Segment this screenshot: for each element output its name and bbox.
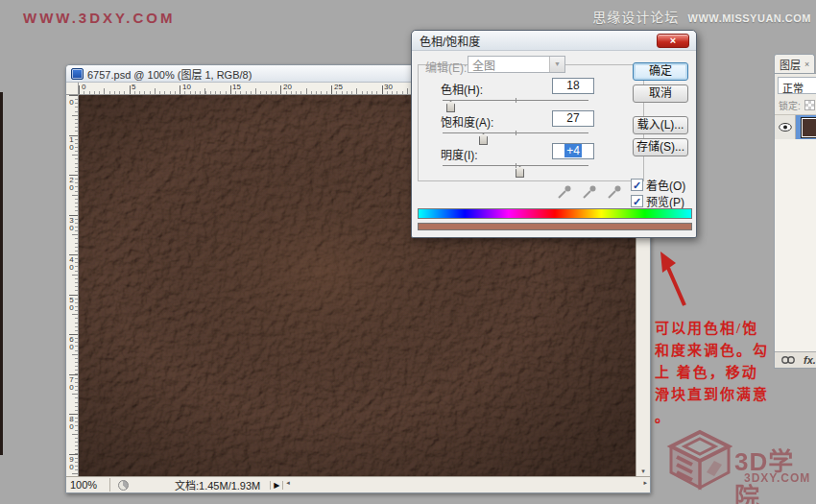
- load-button[interactable]: 载入(L)...: [633, 116, 688, 134]
- lightness-slider-thumb[interactable]: [516, 166, 524, 178]
- save-button[interactable]: 存储(S)...: [633, 138, 688, 156]
- ruler-tick-label: 50: [67, 296, 76, 311]
- ruler-tick-label: 20: [283, 83, 292, 91]
- close-icon[interactable]: ×: [657, 34, 689, 48]
- vertical-ruler: 0 10 20 30 40 50 60 70 80 90: [66, 95, 79, 476]
- edit-dropdown[interactable]: 全图 ▼: [468, 56, 565, 73]
- banner-site-url: WWW.MISSYUAN.COM: [688, 12, 811, 24]
- scroll-left-icon[interactable]: ◂: [286, 479, 290, 487]
- edit-dropdown-value: 全图: [468, 57, 549, 73]
- ruler-tick-label: 0: [82, 83, 85, 91]
- chevron-down-icon: ▼: [549, 57, 564, 72]
- ruler-tick-label: 70: [67, 375, 76, 391]
- ruler-tick-label: 60: [67, 335, 76, 350]
- checkbox-check-icon: ✓: [631, 195, 643, 207]
- timer-icon: [118, 480, 129, 491]
- saturation-slider-thumb[interactable]: [479, 133, 488, 145]
- annotation-text: 可以用色相/饱 和度来调色。勾 上 着色，移动 滑块直到你满意 。: [655, 318, 816, 428]
- layer-visibility-toggle[interactable]: [775, 115, 796, 139]
- colorize-label: 着色(O): [646, 177, 685, 193]
- left-edge-window-sliver: [0, 92, 3, 455]
- preview-label: 预览(P): [646, 193, 684, 209]
- tab-layers-label: 图层: [780, 57, 801, 72]
- annotation-line: 滑块直到你满意: [655, 384, 816, 406]
- scroll-right-icon[interactable]: ▸: [643, 479, 647, 487]
- annotation-line: 上 着色，移动: [655, 362, 816, 384]
- saturation-value-field[interactable]: 27: [552, 110, 594, 127]
- ruler-tick-label: 10: [67, 135, 76, 151]
- saturation-slider[interactable]: [443, 130, 588, 143]
- saturation-label: 饱和度(A):: [441, 113, 493, 130]
- layer-row-selected[interactable]: [775, 114, 816, 139]
- ruler-tick-label: 10: [182, 83, 191, 91]
- preview-checkbox[interactable]: ✓ 预览(P): [631, 193, 684, 209]
- ruler-tick-label: 20: [67, 176, 76, 191]
- scroll-down-icon[interactable]: ▾: [636, 468, 650, 475]
- document-statusbar: 100% 文档:1.45M/1.93M ▶ ◂ ▸: [66, 476, 650, 492]
- edit-label: 编辑(E):: [425, 59, 467, 75]
- banner-missyuan: 思缘设计论坛 WWW.MISSYUAN.COM: [592, 7, 811, 26]
- watermark-3dxy: WWW.3DXY.COM: [23, 10, 176, 26]
- lock-label: 锁定:: [779, 98, 801, 112]
- logo-cube-icon: [665, 429, 732, 494]
- ruler-tick-label: 25: [334, 83, 343, 91]
- horizontal-scrollbar[interactable]: ◂ ▸: [283, 477, 650, 492]
- eyedropper-plus-icon[interactable]: [581, 183, 598, 201]
- document-title: 6757.psd @ 100% (图层 1, RGB/8): [87, 66, 252, 82]
- banner-site-name: 思缘设计论坛: [592, 10, 679, 25]
- hue-slider-thumb[interactable]: [446, 101, 455, 112]
- eyedropper-minus-icon[interactable]: [606, 183, 623, 201]
- dialog-titlebar[interactable]: 色相/饱和度: [412, 31, 696, 51]
- ruler-tick-label: 5: [132, 83, 135, 91]
- lightness-selected-text: +4: [564, 144, 582, 157]
- hue-saturation-dialog: 色相/饱和度 × 编辑(E): 全图 ▼ 色相(H): 18 饱和度(A): 2…: [411, 30, 697, 238]
- hue-label: 色相(H):: [441, 81, 483, 97]
- eye-icon: [779, 123, 792, 132]
- lock-transparency-icon[interactable]: [804, 100, 815, 110]
- cancel-button[interactable]: 取消: [633, 84, 688, 103]
- tab-close-icon[interactable]: ×: [804, 60, 809, 69]
- eyedropper-icon[interactable]: [556, 183, 573, 201]
- annotation-arrow: [653, 248, 701, 315]
- annotation-line: 和度来调色。勾: [655, 340, 816, 362]
- ruler-tick-label: 15: [232, 83, 241, 91]
- ok-button[interactable]: 确定: [633, 62, 688, 81]
- hue-value-field[interactable]: 18: [552, 78, 594, 94]
- layer-thumbnail[interactable]: [802, 118, 816, 137]
- blend-mode-select[interactable]: 正常: [778, 77, 816, 94]
- ruler-tick-label: 30: [67, 216, 76, 231]
- checkbox-check-icon: ✓: [631, 179, 643, 191]
- status-menu-button[interactable]: ▶: [270, 481, 283, 490]
- lightness-slider[interactable]: [443, 162, 588, 176]
- hue-spectrum-bar: [418, 208, 692, 219]
- colorize-result-bar: [418, 223, 692, 230]
- ruler-tick-label: 40: [67, 255, 76, 271]
- annotation-line: 。: [655, 406, 816, 428]
- zoom-level-field[interactable]: 100%: [66, 478, 110, 492]
- dialog-title: 色相/饱和度: [420, 33, 480, 49]
- hue-slider[interactable]: [443, 97, 588, 110]
- tab-layers[interactable]: 图层 ×: [774, 54, 815, 73]
- ruler-tick-label: 90: [67, 455, 76, 470]
- colorize-checkbox[interactable]: ✓ 着色(O): [631, 177, 685, 193]
- lightness-value-field[interactable]: +4: [552, 143, 594, 159]
- ruler-tick-label: 0: [67, 98, 76, 106]
- psd-file-icon: [71, 68, 84, 80]
- document-size-info: 文档:1.45M/1.93M: [136, 477, 270, 492]
- logo-url: 3DXY.COM: [744, 471, 810, 485]
- annotation-line: 可以用色相/饱: [655, 318, 816, 340]
- ruler-corner: [66, 83, 79, 95]
- 3dxy-logo: 3D学院 3DXY.COM: [665, 429, 814, 498]
- lightness-label: 明度(I):: [441, 146, 478, 162]
- ruler-tick-label: 30: [384, 83, 393, 91]
- ruler-tick-label: 80: [67, 415, 76, 430]
